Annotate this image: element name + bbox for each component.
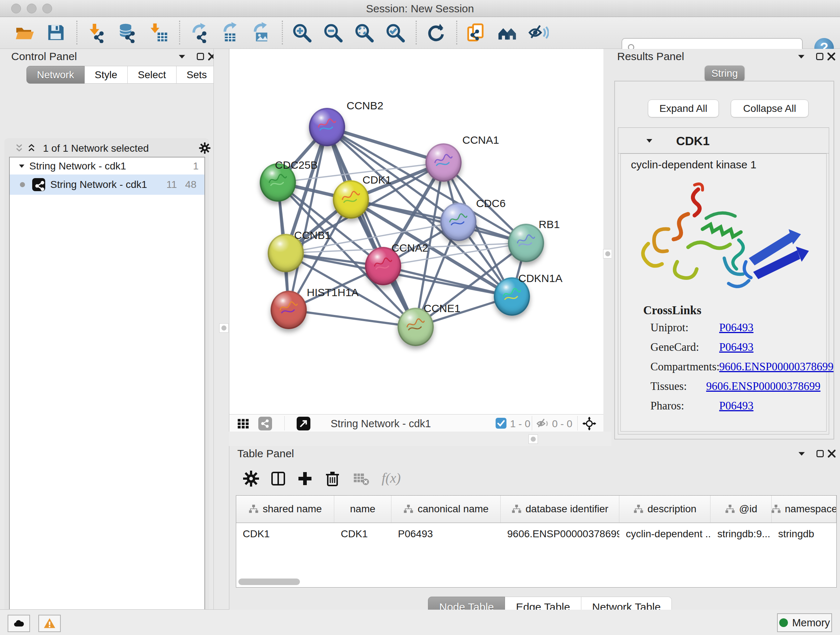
crosslink-link[interactable]: 9606.ENSP00000378699 (719, 360, 834, 373)
table-columns-icon[interactable] (270, 470, 287, 487)
horizontal-splitter-handle[interactable] (529, 434, 538, 444)
node-CDC6[interactable] (440, 203, 477, 241)
table-panel-menu-icon[interactable] (797, 449, 806, 460)
toolbar-separator (76, 21, 77, 44)
refresh-layout-icon[interactable] (425, 22, 446, 43)
column-header--id[interactable]: @id (711, 496, 771, 523)
memory-button[interactable]: Memory (777, 613, 832, 632)
crosslinks-title: CrossLinks (643, 304, 701, 317)
column-header-namespace[interactable]: namespace (772, 496, 836, 523)
home-networks-icon[interactable] (497, 22, 518, 43)
node-label-CCNB2: CCNB2 (347, 100, 384, 111)
memory-label: Memory (792, 617, 830, 629)
export-table-icon[interactable] (219, 22, 240, 43)
network-tree-root-row[interactable]: String Network - cdk1 1 (10, 157, 204, 174)
cell-canonical-name[interactable]: P06493 (392, 523, 501, 545)
protein-thumbnail (277, 299, 300, 319)
column-header-canonical-name[interactable]: canonical name (392, 496, 501, 523)
import-database-icon[interactable] (117, 22, 138, 43)
edge-HIST1H1A-CCNE1[interactable] (289, 310, 416, 327)
node-CDK1[interactable] (333, 180, 369, 219)
node-label-CCNA2: CCNA2 (392, 242, 428, 253)
node-label-CDC6: CDC6 (476, 198, 506, 209)
node-HIST1H1A[interactable] (271, 291, 307, 329)
column-header-name[interactable]: name (334, 496, 392, 523)
left-splitter-handle[interactable] (219, 323, 229, 333)
right-splitter[interactable] (603, 49, 611, 432)
export-network-icon[interactable] (188, 22, 210, 43)
results-panel-float-icon[interactable] (815, 52, 824, 63)
copy-documents-icon[interactable] (466, 22, 486, 43)
collapse-all-button[interactable]: Collapse All (731, 100, 808, 117)
network-canvas[interactable]: CCNB2CCNA1CDC25BCDK1CDC6RB1CCNB1CCNA2CDK… (229, 49, 604, 414)
cell-description[interactable]: cyclin-dependent ... (619, 523, 711, 545)
node-label-CCNB1: CCNB1 (294, 230, 331, 241)
tab-string[interactable]: String (705, 65, 745, 81)
edge-CCNB2-HIST1H1A[interactable] (289, 127, 327, 310)
tree-column-icon (511, 504, 522, 515)
control-panel-float-icon[interactable] (196, 52, 205, 63)
export-image-icon[interactable] (251, 22, 272, 43)
column-header-database-identifier[interactable]: database identifier (501, 496, 619, 523)
cell-shared-name[interactable]: CDK1 (236, 523, 334, 545)
import-network-icon[interactable] (86, 22, 107, 43)
results-panel-menu-icon[interactable] (797, 52, 806, 63)
warning-status-button[interactable] (38, 615, 61, 632)
zoom-fit-icon[interactable] (354, 22, 374, 43)
table-row[interactable]: CDK1CDK1P064939606.ENSP00000378699cyclin… (236, 523, 836, 545)
node-CCNA1[interactable] (425, 143, 462, 182)
crosslink-link[interactable]: 9606.ENSP00000378699 (706, 380, 821, 393)
protein-structure-image (634, 175, 811, 302)
crosslink-link[interactable]: P06493 (719, 399, 753, 412)
tab-sets[interactable]: Sets (177, 66, 218, 84)
table-delete-icon[interactable] (324, 470, 341, 487)
cell-database-identifier[interactable]: 9606.ENSP00000378699 (501, 523, 619, 545)
zoom-selected-icon[interactable] (385, 22, 406, 43)
cell--id[interactable]: stringdb:9... (711, 523, 772, 545)
open-external-icon[interactable] (297, 417, 310, 431)
cell-name[interactable]: CDK1 (334, 523, 392, 545)
control-panel-menu-icon[interactable] (177, 52, 187, 63)
gene-section-header[interactable]: CDK1 (618, 128, 829, 154)
tab-select[interactable]: Select (128, 66, 177, 84)
crosslink-link[interactable]: P06493 (719, 340, 753, 354)
tree-collapse-icon[interactable] (18, 162, 26, 170)
cell-namespace[interactable]: stringdb (772, 523, 836, 545)
import-table-icon[interactable] (148, 22, 169, 43)
birds-eye-crosshair-icon[interactable] (583, 417, 596, 431)
node-CCNB2[interactable] (309, 108, 345, 146)
zoom-in-icon[interactable] (291, 22, 312, 43)
tree-column-icon (772, 504, 782, 515)
table-panel-float-icon[interactable] (815, 449, 825, 460)
section-collapse-icon[interactable] (645, 136, 654, 145)
gene-name: CDK1 (676, 134, 710, 148)
open-session-icon[interactable] (14, 22, 35, 43)
memory-status-dot (779, 618, 788, 627)
grid-view-icon[interactable] (237, 417, 250, 431)
crosslink-link[interactable]: P06493 (719, 321, 753, 334)
hidden-eye-icon[interactable] (536, 417, 550, 431)
selected-checkbox-icon[interactable] (496, 418, 507, 429)
node-label-CDC25B: CDC25B (275, 160, 317, 171)
tab-style[interactable]: Style (85, 66, 128, 84)
hide-unhide-icon[interactable] (528, 22, 549, 43)
tab-network[interactable]: Network (27, 66, 85, 84)
save-session-icon[interactable] (45, 22, 66, 43)
cloud-status-button[interactable] (8, 615, 30, 632)
zoom-out-icon[interactable] (322, 22, 343, 43)
table-gear-icon[interactable] (242, 470, 260, 487)
column-header-shared-name[interactable]: shared name (236, 496, 334, 523)
network-panel: 1 of 1 Network selected String Network -… (4, 138, 209, 635)
table-panel-close-icon[interactable] (827, 449, 836, 460)
network-tree-row[interactable]: String Network - cdk1 11 48 (10, 174, 204, 195)
preview-sphere-icon[interactable] (559, 22, 580, 43)
column-header-description[interactable]: description (619, 496, 711, 523)
network-options-gear-icon[interactable] (199, 142, 211, 154)
table-h-scrollbar[interactable] (238, 578, 300, 585)
network-badge-icon[interactable] (258, 417, 272, 431)
expand-all-button[interactable]: Expand All (648, 100, 719, 117)
current-network-title: String Network - cdk1 (331, 418, 431, 430)
table-add-icon[interactable] (296, 470, 314, 487)
crosslink-row: Tissues:9606.ENSP00000378699 (651, 380, 821, 399)
results-panel-close-icon[interactable] (827, 52, 836, 63)
